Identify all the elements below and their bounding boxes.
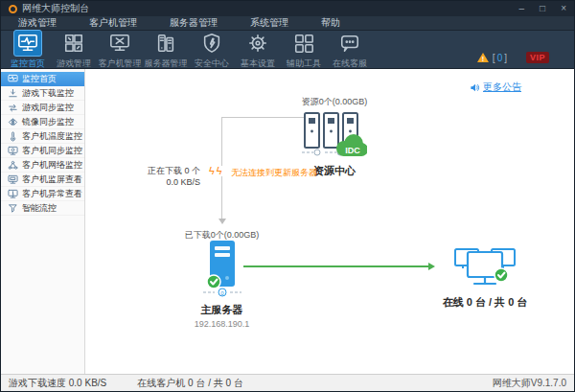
tool-server-management[interactable]: 服务器管理 (143, 30, 189, 70)
sidebar-item-game-sync-monitor[interactable]: 游戏同步监控 (1, 101, 84, 115)
status-bar: 游戏下载速度 0.0 KB/S 在线客户机 0 台 / 共 0 台 网维大师V9… (1, 374, 574, 391)
sidebar-item-image-sync-monitor[interactable]: 镜像同步监控 (1, 115, 84, 129)
window-controls: – □ × (519, 4, 566, 13)
window-title: 网维大师控制台 (22, 2, 89, 15)
app-window: 网维大师控制台 – □ × 游戏管理 客户机管理 服务器管理 系统管理 帮助 监… (0, 0, 575, 392)
screen-view-icon (8, 174, 18, 185)
downloading-speed: 0.0 KB/S (114, 176, 200, 188)
sidebar-item-game-download-monitor[interactable]: 游戏下载监控 (1, 86, 84, 101)
sidebar-item-client-screen-view[interactable]: 客户机监屏查看 (1, 173, 84, 187)
game-grid-icon (59, 30, 88, 57)
sidebar-item-label: 镜像同步监控 (22, 116, 74, 128)
toolbar-right-section: ! [ 0 ] VIP (477, 36, 570, 63)
network-icon (8, 160, 18, 171)
disconnect-icon: ϟϟ (208, 166, 225, 176)
alert-screen-icon (8, 189, 18, 199)
status-version: 网维大师V9.1.7.0 (493, 377, 566, 390)
downloading-info: 正在下载 0 个 0.0 KB/S (114, 165, 200, 188)
sidebar-item-client-exception-view[interactable]: 客户机异常查看 (1, 187, 84, 201)
sidebar-item-label: 客户机监屏查看 (22, 173, 82, 186)
minimize-icon[interactable]: – (519, 4, 525, 13)
online-clients-label: 在线 0 台 / 共 0 台 (432, 295, 538, 310)
tool-label: 监控首页 (11, 58, 45, 70)
menu-help[interactable]: 帮助 (321, 16, 340, 30)
chat-bubble-icon (335, 30, 364, 57)
sidebar-item-monitor-home[interactable]: 监控首页 (1, 72, 84, 86)
online-clients-node: 在线 0 台 / 共 0 台 (432, 243, 538, 310)
tool-label: 基本设置 (241, 58, 275, 70)
status-online-clients: 在线客户机 0 台 / 共 0 台 (137, 377, 243, 390)
menu-system-management[interactable]: 系统管理 (250, 16, 288, 30)
sidebar-item-label: 监控首页 (22, 73, 57, 85)
sidebar: 监控首页 游戏下载监控 游戏同步监控 镜像同步监控 客户机温度监控 客户机同步监… (1, 69, 85, 374)
sidebar-item-label: 客户机网络监控 (22, 159, 82, 172)
announcements-link-label: 更多公告 (483, 81, 521, 94)
server-to-clients-line (243, 265, 428, 267)
tool-game-management[interactable]: 游戏管理 (51, 30, 97, 70)
idc-cloud-servers-icon: IDC (302, 110, 367, 160)
monitor-sync-icon (8, 146, 18, 156)
close-icon[interactable]: × (561, 4, 566, 13)
main-server-node: 0 主服务器 192.168.190.1 (181, 240, 263, 329)
monitor-pulse-icon (8, 74, 18, 84)
tool-client-management[interactable]: 客户机管理 (97, 30, 143, 70)
mirror-icon (8, 117, 18, 127)
tool-label: 辅助工具 (287, 58, 321, 70)
tool-label: 在线客服 (333, 58, 367, 70)
svg-text:IDC: IDC (345, 146, 360, 155)
monitor-pulse-icon (13, 30, 42, 57)
flow-icon (8, 203, 18, 214)
downloading-count: 正在下载 0 个 (114, 165, 200, 176)
sidebar-item-label: 客户机同步监控 (22, 145, 82, 157)
client-tools-icon (105, 30, 134, 57)
warning-icon: ! (477, 53, 489, 62)
tool-auxiliary-tools[interactable]: 辅助工具 (281, 30, 327, 70)
sidebar-item-label: 客户机异常查看 (22, 188, 82, 200)
connector-arrowhead-down (218, 219, 226, 224)
announcements-link[interactable]: 更多公告 (470, 81, 521, 94)
maximize-icon[interactable]: □ (540, 4, 545, 13)
sidebar-item-client-sync-monitor[interactable]: 客户机同步监控 (1, 144, 84, 158)
title-bar: 网维大师控制台 – □ × (1, 1, 574, 16)
tool-monitor-home[interactable]: 监控首页 (5, 30, 51, 70)
thermometer-icon (8, 131, 18, 142)
vip-badge[interactable]: VIP (526, 52, 549, 63)
warning-bracket-left: [ (493, 53, 495, 63)
tool-security-center[interactable]: 安全中心 (189, 30, 235, 70)
tool-label: 服务器管理 (145, 58, 188, 70)
main-server-label: 主服务器 (181, 303, 263, 317)
warning-bracket-right: ] (504, 53, 507, 63)
sidebar-item-label: 游戏同步监控 (22, 102, 74, 114)
gear-icon (243, 30, 272, 57)
sidebar-item-client-temperature-monitor[interactable]: 客户机温度监控 (1, 129, 84, 144)
tool-label: 客户机管理 (99, 58, 142, 70)
menu-server-management[interactable]: 服务器管理 (170, 16, 218, 30)
warning-counter[interactable]: ! [ 0 ] (477, 53, 507, 63)
status-download-speed: 游戏下载速度 0.0 KB/S (9, 377, 106, 390)
tool-label: 游戏管理 (57, 58, 91, 70)
speaker-icon (470, 82, 480, 93)
menu-game-management[interactable]: 游戏管理 (18, 16, 57, 30)
warning-count: 0 (497, 53, 503, 63)
shield-icon (197, 30, 226, 57)
download-icon (8, 88, 18, 99)
update-server-error-text: 无法连接到更新服务器 (231, 167, 317, 179)
sidebar-item-label: 智能流控 (22, 202, 57, 215)
grid-squares-icon (289, 30, 318, 57)
main-server-ip: 192.168.190.1 (181, 319, 263, 329)
sidebar-item-label: 客户机温度监控 (22, 130, 82, 143)
sidebar-item-smart-flow-control[interactable]: 智能流控 (1, 201, 84, 216)
content-area: 监控首页 游戏下载监控 游戏同步监控 镜像同步监控 客户机温度监控 客户机同步监… (1, 69, 574, 374)
server-tower-icon: 0 (201, 240, 243, 299)
tool-online-service[interactable]: 在线客服 (327, 30, 373, 70)
main-panel: 更多公告 资源0个(0.00GB) (85, 69, 574, 374)
tool-label: 安全中心 (195, 58, 229, 70)
app-logo-icon (9, 5, 17, 13)
sidebar-item-label: 游戏下载监控 (22, 87, 74, 100)
menu-client-management[interactable]: 客户机管理 (89, 16, 137, 30)
server-racks-icon (151, 30, 180, 57)
resource-stat: 资源0个(0.00GB) (288, 96, 380, 108)
sync-arrows-icon (8, 103, 18, 113)
tool-basic-settings[interactable]: 基本设置 (235, 30, 281, 70)
sidebar-item-client-network-monitor[interactable]: 客户机网络监控 (1, 158, 84, 173)
